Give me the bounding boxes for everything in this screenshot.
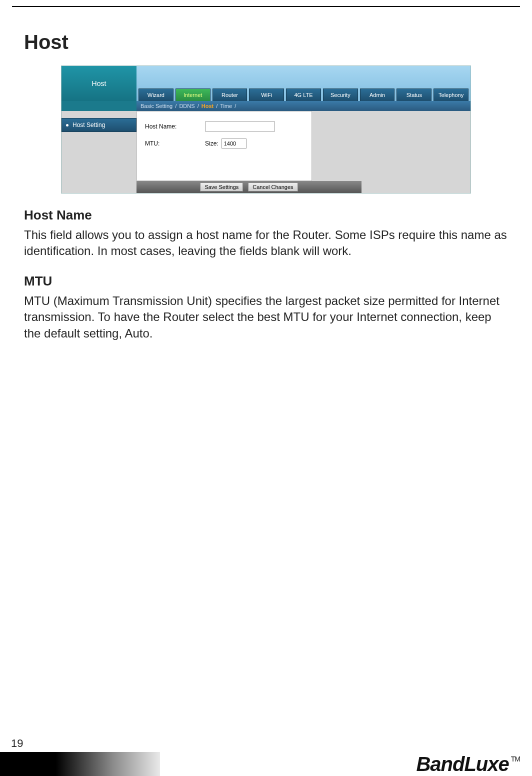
subnav-time[interactable]: Time: [220, 103, 232, 109]
mtu-label: MTU:: [145, 140, 205, 147]
mtu-heading: MTU: [24, 274, 508, 289]
tab-router[interactable]: Router: [212, 88, 248, 101]
page-title: Host: [24, 31, 508, 54]
footer-gradient: [0, 752, 160, 776]
sidebar-item-label: Host Setting: [72, 122, 105, 128]
tab-telephony[interactable]: Telephony: [434, 88, 468, 101]
button-bar: Save Settings Cancel Changes: [136, 181, 362, 193]
tab-internet[interactable]: Internet: [176, 88, 210, 101]
header-section-label: Host: [62, 66, 136, 101]
tab-wifi[interactable]: WiFi: [249, 88, 284, 101]
tab-4glte[interactable]: 4G LTE: [286, 88, 321, 101]
page-footer: 19 BandLuxe TM: [0, 737, 532, 776]
tab-status[interactable]: Status: [396, 88, 432, 101]
mtu-size-label: Size:: [205, 140, 218, 147]
tab-security[interactable]: Security: [323, 88, 358, 101]
bullet-icon: [66, 124, 68, 126]
sub-nav: Basic Setting / DDNS / Host / Time /: [136, 101, 470, 111]
mtu-input[interactable]: [222, 138, 246, 148]
hostname-input[interactable]: [205, 122, 275, 132]
mtu-body: MTU (Maximum Transmission Unit) specifie…: [24, 293, 508, 342]
subnav-basic-setting[interactable]: Basic Setting: [140, 103, 172, 109]
hostname-body: This field allows you to assign a host n…: [24, 227, 508, 260]
hostname-heading: Host Name: [24, 208, 508, 223]
subnav-ddns[interactable]: DDNS: [179, 103, 194, 109]
save-button[interactable]: Save Settings: [200, 182, 243, 192]
sidebar-item-host-setting[interactable]: Host Setting: [62, 118, 136, 132]
brand-logo: BandLuxe TM: [416, 753, 520, 776]
tab-admin[interactable]: Admin: [360, 88, 395, 101]
hostname-label: Host Name:: [145, 123, 205, 130]
main-tabs: Wizard Internet Router WiFi 4G LTE Secur…: [136, 88, 470, 101]
page-number: 19: [0, 737, 532, 752]
subnav-host[interactable]: Host: [202, 103, 214, 109]
tab-wizard[interactable]: Wizard: [138, 88, 174, 101]
router-ui-screenshot: Host Wizard Internet Router WiFi 4G LTE …: [61, 66, 471, 194]
trademark-symbol: TM: [511, 755, 520, 763]
cancel-button[interactable]: Cancel Changes: [248, 182, 298, 192]
host-setting-form: Host Name: MTU: Size:: [136, 111, 312, 181]
